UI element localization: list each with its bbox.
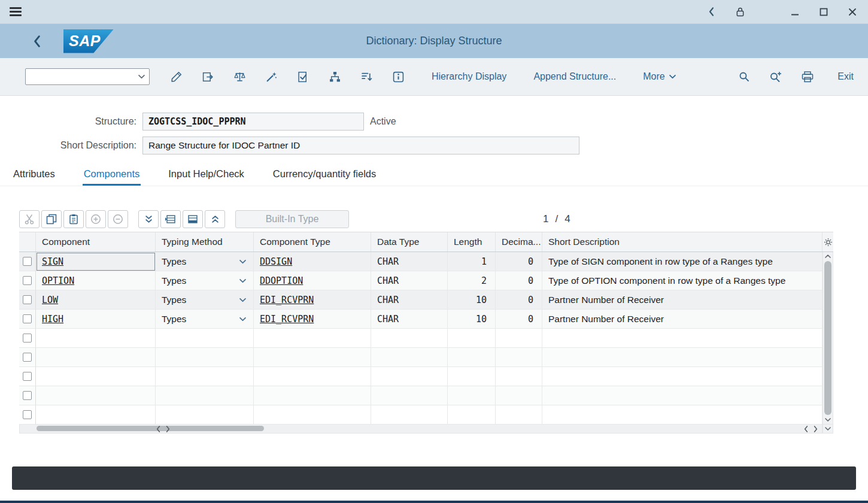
row-checkbox[interactable]	[23, 257, 32, 266]
append-structure-button[interactable]: Append Structure...	[533, 71, 616, 82]
paste-icon	[68, 214, 79, 225]
paste-button[interactable]	[63, 210, 84, 228]
remove-row-button[interactable]	[108, 210, 128, 228]
info-icon[interactable]	[391, 70, 405, 83]
print-icon[interactable]	[801, 70, 814, 83]
tab-input-help-check[interactable]: Input Help/Check	[167, 164, 245, 186]
sort-icon[interactable]	[360, 70, 373, 83]
typing-method-select[interactable]	[156, 405, 254, 425]
table-row-empty	[19, 329, 823, 348]
component-link[interactable]: SIGN	[42, 256, 63, 267]
component-type-link[interactable]: EDI_RCVPRN	[260, 295, 314, 305]
component-link[interactable]: HIGH	[42, 314, 63, 325]
row-checkbox[interactable]	[23, 334, 32, 343]
page-total: 4	[564, 213, 570, 225]
minimize-icon[interactable]	[789, 6, 801, 18]
edit-icon[interactable]	[169, 70, 183, 83]
more-button[interactable]: More	[643, 71, 675, 82]
page-current: 1	[543, 213, 548, 225]
component-link[interactable]: LOW	[42, 295, 58, 305]
header-typing-method[interactable]: Typing Method	[156, 232, 254, 252]
hierarchy-display-button[interactable]: Hierarchy Display	[432, 71, 506, 82]
cut-button[interactable]	[19, 210, 40, 228]
scroll-left-icon[interactable]	[804, 426, 808, 432]
typing-method-select[interactable]: Types	[156, 290, 254, 310]
component-type-link[interactable]: DDSIGN	[260, 256, 292, 267]
row-checkbox[interactable]	[23, 353, 32, 362]
structure-field[interactable]: ZOGTCSS_IDOC_PPPRN	[142, 113, 364, 131]
vertical-scrollbar[interactable]	[823, 252, 833, 425]
header-component[interactable]: Component	[36, 232, 156, 252]
length-cell: 1	[448, 252, 496, 271]
component-link[interactable]: OPTION	[42, 275, 74, 286]
select-all-header[interactable]	[19, 232, 36, 252]
header-length[interactable]: Length	[448, 232, 496, 252]
chevron-down-icon[interactable]	[138, 74, 145, 79]
scroll-right-icon[interactable]	[166, 426, 170, 432]
search-icon[interactable]	[738, 70, 751, 83]
scrollbar-corner[interactable]	[823, 425, 833, 434]
vertical-scroll-thumb[interactable]	[824, 261, 831, 415]
typing-method-select[interactable]: Types	[156, 271, 254, 290]
short-description-cell: Partner Number of Receiver	[542, 310, 823, 329]
add-row-button[interactable]	[86, 210, 106, 228]
check-document-icon[interactable]	[296, 70, 309, 83]
built-in-type-button[interactable]: Built-In Type	[235, 210, 349, 228]
horizontal-scroll-thumb[interactable]	[37, 426, 264, 431]
decimals-cell: 0	[496, 290, 542, 310]
table-row-empty	[19, 405, 823, 425]
structure-label: Structure:	[0, 116, 136, 127]
insert-row-button[interactable]	[160, 210, 181, 228]
horizontal-scrollbar[interactable]	[19, 425, 823, 434]
command-input[interactable]	[29, 72, 138, 81]
scroll-down-icon[interactable]	[825, 417, 831, 422]
tab-components[interactable]: Components	[83, 164, 141, 186]
main-content: Structure: ZOGTCSS_IDOC_PPPRN Active Sho…	[0, 96, 868, 466]
scroll-right-icon[interactable]	[814, 426, 818, 432]
maximize-icon[interactable]	[818, 6, 830, 18]
typing-method-select[interactable]: Types	[156, 310, 254, 329]
component-type-link[interactable]: EDI_RCVPRN	[260, 314, 314, 325]
back-chevron-icon[interactable]	[34, 35, 42, 47]
command-field[interactable]	[25, 68, 150, 85]
tab-attributes[interactable]: Attributes	[12, 164, 56, 186]
compare-scales-icon[interactable]	[233, 70, 246, 83]
append-row-button[interactable]	[183, 210, 203, 228]
lock-icon[interactable]	[734, 6, 746, 18]
expand-button[interactable]	[138, 210, 159, 228]
search-plus-icon[interactable]	[769, 70, 782, 83]
magic-wand-icon[interactable]	[265, 70, 278, 83]
typing-method-select[interactable]: Types	[156, 252, 254, 271]
close-icon[interactable]	[846, 6, 858, 18]
typing-method-select[interactable]	[156, 386, 254, 405]
typing-method-select[interactable]	[156, 367, 254, 386]
back-icon[interactable]	[705, 6, 717, 18]
short-description-field[interactable]: Range Structure for IDOC Partner ID	[142, 137, 579, 154]
header-decimals[interactable]: Decima...	[496, 232, 542, 252]
scroll-down-icon[interactable]	[825, 426, 831, 431]
component-type-link[interactable]: DDOPTION	[260, 275, 303, 286]
copy-button[interactable]	[41, 210, 62, 228]
typing-method-select[interactable]	[156, 348, 254, 367]
short-description-label: Short Description:	[0, 140, 136, 151]
menu-icon[interactable]	[10, 7, 22, 16]
refresh-icon[interactable]	[201, 70, 214, 83]
row-checkbox[interactable]	[23, 314, 32, 323]
exit-button[interactable]: Exit	[837, 71, 854, 82]
hierarchy-icon[interactable]	[328, 70, 341, 83]
row-checkbox[interactable]	[23, 295, 32, 304]
header-short-description[interactable]: Short Description	[542, 232, 823, 252]
header-data-type[interactable]: Data Type	[371, 232, 448, 252]
scroll-up-icon[interactable]	[825, 254, 831, 259]
tab-currency-quantity-fields[interactable]: Currency/quantity fields	[272, 164, 377, 186]
row-checkbox[interactable]	[23, 372, 32, 381]
collapse-button[interactable]	[205, 210, 225, 228]
row-checkbox[interactable]	[23, 391, 32, 400]
scroll-left-icon[interactable]	[156, 426, 160, 432]
row-checkbox[interactable]	[23, 410, 32, 419]
data-type-cell: CHAR	[371, 271, 448, 290]
table-settings-button[interactable]	[823, 232, 833, 252]
typing-method-select[interactable]	[156, 329, 254, 348]
row-checkbox[interactable]	[23, 276, 32, 285]
header-component-type[interactable]: Component Type	[254, 232, 371, 252]
